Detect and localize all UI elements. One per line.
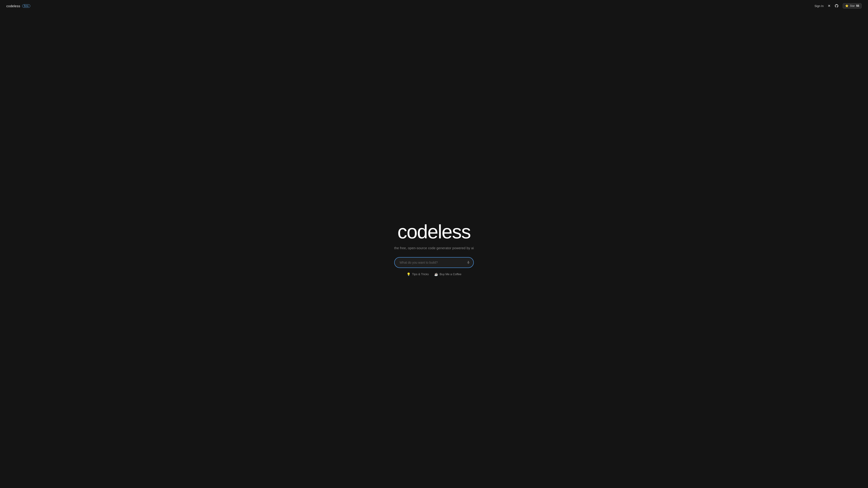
buy-coffee-button[interactable]: ☕ Buy Me a Coffee <box>434 272 462 276</box>
github-icon <box>835 4 839 8</box>
main-content: codeless the free, open-source code gene… <box>0 0 868 488</box>
helper-links: 💡 Tips & Tricks ☕ Buy Me a Coffee <box>407 272 462 276</box>
x-icon: ✕ <box>828 4 831 8</box>
navbar-right: Sign In ✕ ⭐ Star 55 <box>814 3 862 8</box>
hero-section: codeless the free, open-source code gene… <box>390 0 478 488</box>
navbar-left: codeless Beta <box>6 4 30 8</box>
tips-tricks-button[interactable]: 💡 Tips & Tricks <box>407 272 429 276</box>
star-button[interactable]: ⭐ Star 55 <box>843 3 862 8</box>
mic-icon <box>467 261 470 264</box>
hero-title: codeless <box>397 221 470 242</box>
coffee-icon: ☕ <box>434 272 438 276</box>
github-button[interactable] <box>835 4 839 8</box>
star-count: 55 <box>856 4 859 7</box>
star-icon: ⭐ <box>845 4 848 7</box>
search-input[interactable] <box>394 257 474 268</box>
sign-in-button[interactable]: Sign In <box>814 4 824 8</box>
lightbulb-icon: 💡 <box>407 272 410 276</box>
mic-button[interactable] <box>467 261 470 264</box>
star-label: Star <box>850 4 855 7</box>
tips-tricks-label: Tips & Tricks <box>412 272 429 276</box>
navbar: codeless Beta Sign In ✕ ⭐ Star 55 <box>0 0 868 12</box>
nav-logo: codeless <box>6 4 20 8</box>
buy-coffee-label: Buy Me a Coffee <box>440 272 462 276</box>
hero-subtitle: the free, open-source code generator pow… <box>394 246 474 250</box>
beta-badge: Beta <box>22 4 31 8</box>
twitter-x-button[interactable]: ✕ <box>828 4 831 8</box>
search-container <box>394 257 474 268</box>
